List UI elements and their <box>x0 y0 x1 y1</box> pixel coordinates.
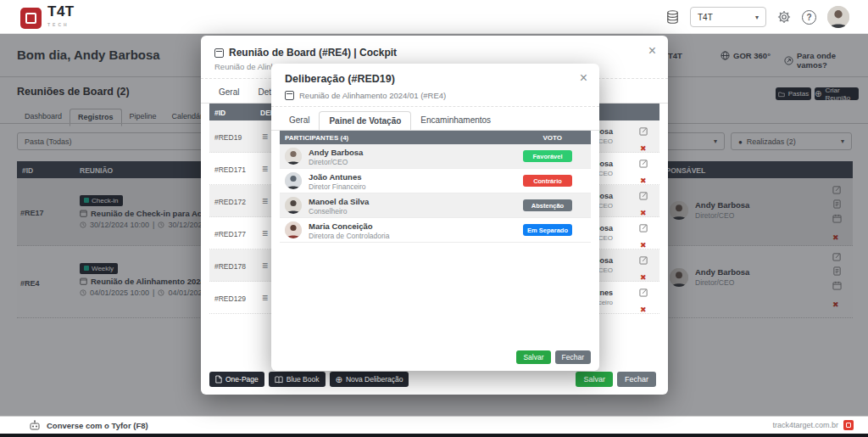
participant-row: Manoel da Silva Conselheiro Abstenção <box>280 193 591 218</box>
bottom-strip <box>0 434 868 437</box>
new-deliberation-button[interactable]: Nova Deliberação <box>330 372 409 387</box>
edit-icon[interactable] <box>639 223 648 233</box>
delete-icon[interactable] <box>640 300 647 316</box>
edit-icon[interactable] <box>639 255 648 265</box>
board-icon <box>214 48 224 58</box>
deliberation-modal-title: Deliberação (#RED19) <box>285 73 395 85</box>
list-icon <box>262 131 268 143</box>
tab-geral[interactable]: Geral <box>209 83 248 101</box>
user-avatar[interactable] <box>827 6 849 28</box>
close-button[interactable]: Fechar <box>617 372 656 387</box>
logo-icon <box>20 8 42 29</box>
list-icon <box>262 292 268 304</box>
close-icon[interactable] <box>648 44 656 58</box>
deliberation-modal-subtitle: Reunião de Alinhamento 2024/01 (#RE4) <box>285 91 446 100</box>
site-link[interactable]: track4target.com.br <box>772 421 838 429</box>
blue-book-button[interactable]: Blue Book <box>269 372 326 387</box>
cockpit-modal-title: Reunião de Board (#RE4) | Cockpit <box>229 47 397 59</box>
brand-logo-icon <box>843 420 854 430</box>
close-icon[interactable] <box>580 71 587 85</box>
robot-icon <box>29 420 41 430</box>
vote-badge[interactable]: Favorável <box>523 150 572 162</box>
save-button[interactable]: Salvar <box>516 350 550 364</box>
footer-bar: Converse com o Tyfor (F8) track4target.c… <box>0 416 868 434</box>
tyfor-chat-link[interactable]: Converse com o Tyfor (F8) <box>29 420 148 430</box>
one-page-button[interactable]: One-Page <box>209 372 264 387</box>
avatar <box>285 221 302 238</box>
save-button[interactable]: Salvar <box>576 372 613 387</box>
list-icon <box>262 227 268 239</box>
participant-row: João Antunes Diretor Financeiro Contrári… <box>280 169 591 193</box>
list-icon <box>262 195 268 207</box>
chevron-down-icon <box>755 14 759 21</box>
app-screen: Bom dia, Andy Barbosa T4T GOR 360° Para … <box>0 0 868 437</box>
tab-geral[interactable]: Geral <box>280 111 319 132</box>
edit-icon[interactable] <box>639 126 648 136</box>
database-icon[interactable] <box>666 10 679 24</box>
board-icon <box>285 91 294 100</box>
document-icon <box>215 375 222 384</box>
gear-icon[interactable] <box>777 10 791 24</box>
edit-icon[interactable] <box>639 159 648 168</box>
list-icon <box>262 163 268 175</box>
deliberation-modal: Deliberação (#RED19) Reunião de Alinhame… <box>271 64 599 371</box>
avatar <box>285 172 302 189</box>
deliberation-tabs: Geral Painel de Votação Encaminhamentos <box>280 111 500 132</box>
help-icon[interactable] <box>802 10 816 25</box>
plus-circle-icon <box>336 375 342 384</box>
col-id: #ID <box>214 109 225 117</box>
avatar <box>285 197 302 214</box>
list-icon <box>262 260 268 272</box>
avatar <box>285 148 302 165</box>
vote-badge[interactable]: Contrário <box>523 175 572 187</box>
participants-table-header: PARTICIPANTES (4) VOTO <box>280 131 591 144</box>
logo: T4TTECH <box>20 6 75 31</box>
divider <box>271 106 599 107</box>
logo-text: T4TTECH <box>47 6 75 31</box>
edit-icon[interactable] <box>639 288 648 297</box>
close-button[interactable]: Fechar <box>555 350 591 364</box>
vote-badge[interactable]: Abstenção <box>523 199 572 211</box>
participant-row: Andy Barbosa Diretor/CEO Favorável <box>280 144 591 169</box>
edit-icon[interactable] <box>639 191 648 200</box>
col-participants: PARTICIPANTES (4) <box>285 134 348 142</box>
top-bar: T4TTECH T4T <box>0 0 868 34</box>
workspace-select[interactable]: T4T <box>690 7 766 27</box>
col-vote: VOTO <box>542 134 562 142</box>
tab-painel-de-votacao[interactable]: Painel de Votação <box>319 111 411 132</box>
tab-encaminhamentos[interactable]: Encaminhamentos <box>411 111 500 132</box>
participant-row: Maria Conceição Diretora de Controladori… <box>280 218 591 243</box>
vote-badge[interactable]: Em Separado <box>523 224 572 236</box>
book-icon <box>275 376 283 384</box>
